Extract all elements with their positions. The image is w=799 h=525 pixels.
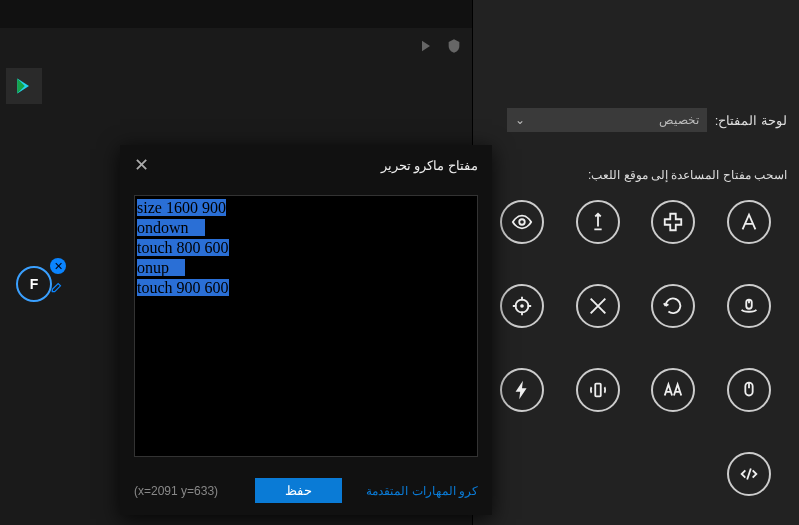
sidebar: لوحة المفتاح: تخصيص ⌄ اسحب مفتاح المساعد… — [472, 0, 799, 525]
macro-key-remove-icon[interactable]: ✕ — [50, 258, 66, 274]
tool-double-a-icon[interactable] — [651, 368, 695, 412]
play-arrow-icon[interactable] — [418, 38, 434, 58]
tool-device-shake-icon[interactable] — [576, 368, 620, 412]
svg-rect-5 — [595, 384, 601, 397]
drag-help-text: اسحب مفتاح المساعدة إلى موقع اللعب: — [588, 168, 787, 182]
close-icon[interactable]: ✕ — [134, 154, 149, 176]
chevron-down-icon: ⌄ — [515, 113, 525, 127]
tool-pen-icon[interactable] — [576, 200, 620, 244]
tool-icon-grid — [484, 200, 787, 496]
tool-crossed-swords-icon[interactable] — [576, 284, 620, 328]
key-label: لوحة المفتاح: — [715, 113, 787, 128]
tool-eye-icon[interactable] — [500, 200, 544, 244]
tool-dpad-icon[interactable] — [651, 200, 695, 244]
dropdown-value: تخصيص — [659, 113, 699, 127]
tool-crosshair-icon[interactable] — [500, 284, 544, 328]
macro-key-f[interactable]: F — [16, 266, 52, 302]
advanced-skills-link[interactable]: كرو المهارات المتقدمة — [366, 484, 478, 498]
macro-editor-modal: مفتاح ماكرو تحرير ✕ size 1600 900 ondown… — [120, 145, 492, 515]
svg-point-0 — [519, 219, 525, 225]
macro-script-editor[interactable]: size 1600 900 ondown touch 800 600 onup … — [134, 195, 478, 457]
tool-rotate-icon[interactable] — [651, 284, 695, 328]
save-button[interactable]: حفظ — [255, 478, 342, 503]
cursor-coords: (x=2091 y=633) — [134, 484, 218, 498]
play-store-icon[interactable] — [6, 68, 42, 104]
key-profile-dropdown[interactable]: تخصيص ⌄ — [507, 108, 707, 132]
tool-letter-a[interactable] — [727, 200, 771, 244]
shield-icon[interactable] — [446, 38, 462, 58]
svg-point-3 — [521, 305, 523, 307]
tool-lightning-icon[interactable] — [500, 368, 544, 412]
tool-code-icon[interactable] — [727, 452, 771, 496]
modal-title: مفتاح ماكرو تحرير — [381, 158, 478, 173]
tool-mouse-icon[interactable] — [727, 368, 771, 412]
tool-mouse-orbit-icon[interactable] — [727, 284, 771, 328]
macro-key-edit-icon[interactable] — [50, 280, 64, 298]
